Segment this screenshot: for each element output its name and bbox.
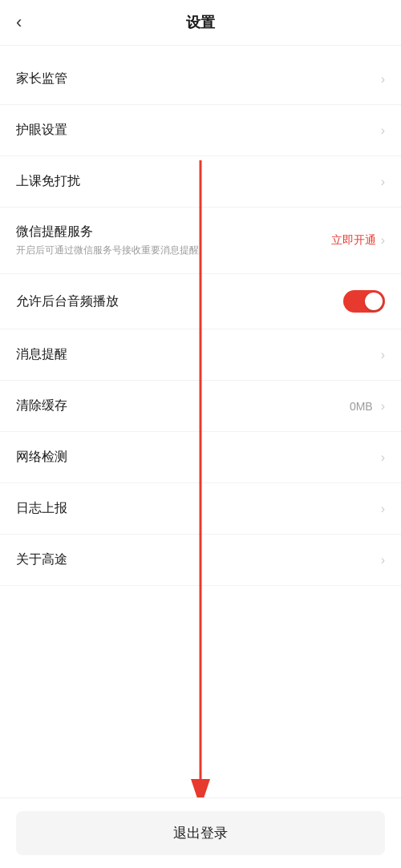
- chevron-icon: ›: [381, 233, 385, 248]
- item-right: ›: [381, 348, 385, 362]
- item-label-wrapper: 上课免打扰: [16, 173, 381, 190]
- toggle-knob: [365, 293, 383, 310]
- item-label-wrapper: 清除缓存: [16, 398, 350, 414]
- chevron-icon: ›: [381, 399, 385, 414]
- item-label-wrapper: 微信提醒服务 开启后可通过微信服务号接收重要消息提醒: [16, 224, 331, 257]
- item-right: ›: [381, 553, 385, 567]
- settings-item-network-check[interactable]: 网络检测 ›: [0, 432, 401, 483]
- cache-size: 0MB: [350, 400, 373, 413]
- settings-item-parental-control[interactable]: 家长监管 ›: [0, 54, 401, 105]
- item-label-wrapper: 网络检测: [16, 449, 381, 466]
- settings-item-eye-protection[interactable]: 护眼设置 ›: [0, 105, 401, 156]
- item-label-wrapper: 关于高途: [16, 551, 381, 568]
- item-label: 家长监管: [16, 71, 381, 87]
- item-label-wrapper: 日志上报: [16, 500, 381, 517]
- item-label: 清除缓存: [16, 398, 350, 414]
- chevron-icon: ›: [381, 553, 385, 567]
- settings-item-wechat-reminder[interactable]: 微信提醒服务 开启后可通过微信服务号接收重要消息提醒 立即开通 ›: [0, 208, 401, 274]
- settings-item-message-reminder[interactable]: 消息提醒 ›: [0, 329, 401, 381]
- logout-section: 退出登录: [0, 797, 401, 868]
- item-label: 护眼设置: [16, 122, 381, 139]
- item-label: 上课免打扰: [16, 173, 381, 190]
- item-label-wrapper: 护眼设置: [16, 122, 381, 139]
- header: ‹ 设置: [0, 0, 401, 46]
- back-button[interactable]: ‹: [16, 12, 22, 33]
- settings-item-about[interactable]: 关于高途 ›: [0, 535, 401, 586]
- item-right: ›: [381, 175, 385, 189]
- settings-item-log-report[interactable]: 日志上报 ›: [0, 483, 401, 535]
- bottom-spacer: [0, 586, 401, 650]
- chevron-icon: ›: [381, 123, 385, 138]
- settings-item-background-audio[interactable]: 允许后台音频播放: [0, 274, 401, 329]
- chevron-icon: ›: [381, 175, 385, 189]
- chevron-icon: ›: [381, 348, 385, 362]
- item-right: ›: [381, 450, 385, 465]
- settings-item-clear-cache[interactable]: 清除缓存 0MB ›: [0, 381, 401, 432]
- item-label: 网络检测: [16, 449, 381, 466]
- item-right: ›: [381, 502, 385, 516]
- chevron-icon: ›: [381, 72, 385, 87]
- toggle-background: [343, 290, 385, 313]
- settings-list: 家长监管 › 护眼设置 › 上课免打扰 › 微信提醒服务 开启后可通过微信服务号…: [0, 54, 401, 586]
- item-label-wrapper: 消息提醒: [16, 346, 381, 363]
- toggle-switch[interactable]: [343, 290, 385, 313]
- item-right: 立即开通 ›: [331, 233, 385, 248]
- item-label-wrapper: 允许后台音频播放: [16, 293, 343, 310]
- item-label: 消息提醒: [16, 346, 381, 363]
- item-label: 关于高途: [16, 551, 381, 568]
- item-label: 微信提醒服务: [16, 224, 331, 240]
- item-right: 0MB ›: [350, 399, 385, 414]
- item-label: 日志上报: [16, 500, 381, 517]
- item-right: ›: [381, 123, 385, 138]
- chevron-icon: ›: [381, 450, 385, 465]
- activate-link[interactable]: 立即开通: [331, 233, 376, 248]
- page-title: 设置: [186, 13, 215, 32]
- chevron-icon: ›: [381, 502, 385, 516]
- item-label: 允许后台音频播放: [16, 293, 343, 310]
- item-right: [343, 290, 385, 313]
- item-right: ›: [381, 72, 385, 87]
- item-label-wrapper: 家长监管: [16, 71, 381, 87]
- item-sublabel: 开启后可通过微信服务号接收重要消息提醒: [16, 244, 331, 257]
- settings-item-no-disturb[interactable]: 上课免打扰 ›: [0, 156, 401, 208]
- logout-button[interactable]: 退出登录: [16, 811, 385, 855]
